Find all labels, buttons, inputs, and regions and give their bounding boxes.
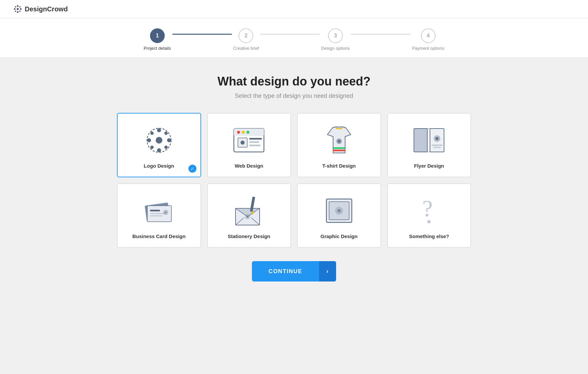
card-label-graphic: Graphic Design [320,233,357,239]
svg-rect-30 [333,147,345,149]
svg-point-23 [247,131,250,134]
continue-label: CONTINUE [252,261,319,282]
svg-rect-28 [249,145,261,146]
svg-point-12 [157,148,161,152]
svg-point-58 [427,220,431,223]
main-content: What design do you need? Select the type… [110,58,478,295]
svg-point-15 [150,132,154,135]
svg-point-18 [164,146,168,149]
card-label-stationery: Stationery Design [228,233,270,239]
step-line-2 [260,34,320,35]
selected-check: ✓ [188,165,196,173]
svg-point-2 [17,11,19,13]
step-circle-4: 4 [421,28,436,43]
logo-design-icon [141,124,177,157]
card-label-something-else: Something else? [409,233,449,239]
step-1: 1 Project details [144,28,171,51]
svg-point-52 [247,215,249,218]
card-logo[interactable]: Logo Design ✓ [117,113,201,177]
step-label-3: Design options [321,46,350,51]
something-else-icon: ? [411,194,447,227]
step-4: 4 Payment options [412,28,444,51]
card-flyer[interactable]: Flyer Design [387,113,471,177]
step-label-2: Creative brief [233,46,259,51]
step-line-1 [172,34,232,35]
stepper: 1 Project details 2 Creative brief 3 Des… [144,28,444,51]
svg-point-13 [147,138,151,142]
card-stationery[interactable]: Stationery Design [207,183,291,248]
card-something-else[interactable]: ? Something else? [387,183,471,248]
graphic-design-icon [321,194,357,227]
step-circle-1: 1 [150,28,165,43]
svg-point-32 [338,140,340,142]
svg-point-10 [156,137,162,144]
card-label-logo: Logo Design [144,163,174,169]
svg-point-17 [150,146,154,149]
svg-point-1 [17,5,19,7]
svg-point-16 [164,132,168,135]
svg-point-21 [237,131,240,134]
svg-point-4 [20,8,22,10]
card-label-business-card: Business Card Design [132,233,185,239]
svg-point-56 [337,209,341,212]
svg-rect-39 [432,145,442,146]
svg-point-47 [165,211,167,213]
page-title: What design do you need? [117,74,471,88]
logo-text: DesignCrowd [25,5,68,13]
continue-wrapper: CONTINUE › [117,261,471,282]
svg-text:?: ? [422,196,433,221]
svg-point-22 [242,131,245,134]
svg-point-14 [167,138,171,142]
tshirt-design-icon [321,124,357,157]
svg-point-7 [15,11,16,12]
stationery-design-icon [231,194,267,227]
svg-rect-45 [150,215,163,216]
step-circle-3: 3 [328,28,343,43]
svg-rect-26 [249,138,262,140]
svg-rect-43 [150,210,160,211]
card-label-flyer: Flyer Design [414,163,444,169]
svg-rect-44 [150,213,165,214]
continue-button[interactable]: CONTINUE › [252,261,336,282]
svg-rect-27 [249,141,259,143]
card-tshirt[interactable]: T-shirt Design [297,113,381,177]
design-grid: Logo Design ✓ Web Design [117,113,471,248]
svg-point-3 [14,8,16,10]
continue-arrow-icon: › [319,261,336,282]
step-circle-2: 2 [239,28,253,43]
card-business-card[interactable]: Business Card Design [117,183,201,248]
svg-rect-40 [433,147,441,148]
header: DesignCrowd [0,0,588,18]
logo[interactable]: DesignCrowd [13,5,68,13]
stepper-container: 1 Project details 2 Creative brief 3 Des… [0,18,588,58]
step-label-4: Payment options [412,46,444,51]
svg-point-8 [19,11,21,12]
web-design-icon [231,124,267,157]
svg-point-0 [17,8,19,10]
card-label-tshirt: T-shirt Design [322,163,356,169]
svg-point-25 [241,141,245,145]
svg-point-5 [15,6,16,8]
svg-rect-33 [414,129,427,152]
step-3: 3 Design options [321,28,350,51]
card-web[interactable]: Web Design [207,113,291,177]
business-card-design-icon [141,194,177,227]
page-subtitle: Select the type of design you need desig… [117,92,471,100]
svg-rect-29 [333,150,345,151]
card-graphic[interactable]: Graphic Design [297,183,381,248]
card-label-web: Web Design [235,163,263,169]
svg-point-11 [157,128,161,132]
flyer-design-icon [411,124,447,157]
step-label-1: Project details [144,46,171,51]
svg-point-38 [436,137,438,140]
svg-point-6 [19,6,21,8]
logo-icon [13,5,22,13]
step-line-3 [351,34,411,35]
step-2: 2 Creative brief [233,28,259,51]
